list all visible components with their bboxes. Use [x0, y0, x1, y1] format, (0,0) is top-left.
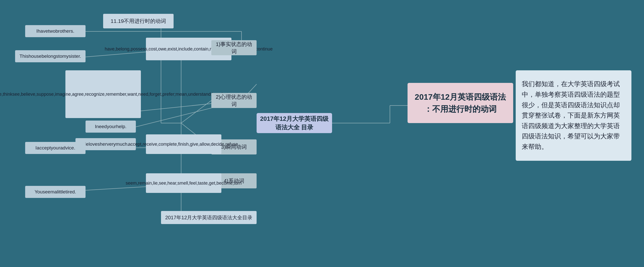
svg-line-5 — [181, 100, 211, 123]
right-description-node: 我们都知道，在大学英语四级考试中，单独考察英语四级语法的题型很少，但是英语四级语… — [516, 70, 631, 161]
detail-node-2: Know,realize,thinksee,believe,suppose,im… — [65, 70, 141, 118]
detail-node-4: seem,remain,lie,see,hear,smell,feel,tast… — [146, 173, 221, 193]
detail-node-3: accept,receive,complete,finish,give,allo… — [146, 134, 221, 154]
example-4a: Youseemalittletired. — [25, 186, 86, 198]
example-1b: Thishousebelongstomysister. — [15, 50, 86, 62]
central-node: 2017年12月大学英语四级语法大全 目录 — [257, 113, 332, 133]
mind-map: 11.19不用进行时的动词 Ihavetwobrothers. Thishous… — [0, 0, 644, 267]
right-title-node: 2017年12月英语四级语法 ：不用进行时的动词 — [408, 83, 513, 123]
category-node-2: 2)心理状态的动词 — [211, 93, 257, 108]
example-2a: Ineedyourhelp. — [86, 121, 136, 133]
bottom-link-node[interactable]: 2017年12月大学英语四级语法大全目录 — [161, 211, 257, 224]
category-node-1: 1)事实状态的动词 — [211, 40, 257, 55]
example-3a: Iacceptyouradvice. — [25, 142, 86, 154]
example-1a: Ihavetwobrothers. — [25, 25, 86, 37]
top-node: 11.19不用进行时的动词 — [103, 14, 174, 28]
